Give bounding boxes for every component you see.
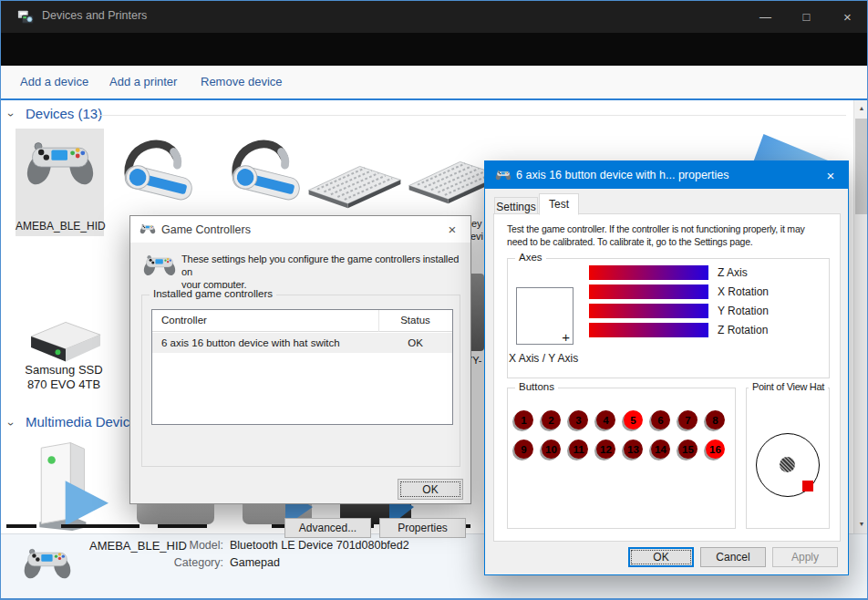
title-bar: Devices and Printers — □ × <box>0 0 868 33</box>
table-header[interactable]: Controller Status <box>152 310 452 332</box>
controller-button-7: 7 <box>678 410 698 429</box>
ssd-drive-icon[interactable] <box>20 317 107 367</box>
controller-button-15: 15 <box>678 440 698 459</box>
controller-button-4: 4 <box>596 410 615 429</box>
devices-section-rule <box>98 115 846 116</box>
clipped-device-label <box>61 524 140 528</box>
monitor-icon-fragment[interactable] <box>753 134 828 160</box>
close-icon[interactable]: × <box>439 220 465 238</box>
test-description: Test the game controller. If the control… <box>507 222 840 248</box>
z-rotation-bar <box>589 323 708 337</box>
axis-label: X Rotation <box>718 285 769 298</box>
scrollbar-thumb[interactable] <box>855 119 868 214</box>
controller-name-cell: 6 axis 16 button device with hat switch <box>161 337 340 348</box>
axis-label: Z Axis <box>718 266 748 279</box>
devices-section-chevron-icon[interactable]: › <box>5 113 17 117</box>
axis-label: Z Rotation <box>718 324 768 336</box>
media-device-icon[interactable] <box>26 436 112 531</box>
controller-button-5: 5 <box>624 410 643 429</box>
multimedia-section-header[interactable]: Multimedia Devic <box>26 414 129 429</box>
keyboard-icon[interactable] <box>304 160 406 210</box>
window-title: Devices and Printers <box>42 9 147 22</box>
minimize-button[interactable]: — <box>745 0 786 33</box>
pov-hat-label: Point of View Hat <box>749 381 828 392</box>
add-printer-button[interactable]: Add a printer <box>109 75 177 88</box>
xy-axis-test-area: + <box>516 287 574 345</box>
ssd-label-line1: Samsung SSD <box>14 363 114 377</box>
scroll-down-icon[interactable]: ▼ <box>854 516 868 532</box>
clipped-device-label <box>158 524 207 528</box>
controller-status-cell: OK <box>378 337 452 348</box>
gamepad-icon <box>22 544 73 583</box>
axis-bar-row: Z Axis <box>589 265 748 280</box>
controller-button-6: 6 <box>651 410 670 429</box>
axis-bar-row: X Rotation <box>589 284 769 299</box>
model-value: Bluetooth LE Device 701d080bfed2 <box>230 539 409 552</box>
gamepad-icon <box>24 137 97 190</box>
axis-label: Y Rotation <box>718 305 769 317</box>
maximize-button[interactable]: □ <box>786 0 827 33</box>
crosshair-icon: + <box>562 330 570 344</box>
device-tile-gamepad[interactable]: AMEBA_BLE_HID <box>16 129 104 236</box>
controllers-table[interactable]: Controller Status 6 axis 16 button devic… <box>151 309 453 425</box>
multimedia-section-chevron-icon[interactable]: › <box>5 422 17 426</box>
ok-button[interactable]: OK <box>628 547 694 567</box>
xy-axis-label: X Axis / Y Axis <box>509 352 578 365</box>
dialog-title-bar: 6 axis 16 button device with h... proper… <box>485 161 848 189</box>
properties-button[interactable]: Properties <box>379 518 466 538</box>
bluetooth-headset-icon[interactable] <box>117 130 197 214</box>
controller-button-1: 1 <box>514 410 533 429</box>
close-icon[interactable]: × <box>817 165 844 185</box>
advanced-button[interactable]: Advanced... <box>284 518 371 538</box>
clipped-device-label: evi <box>470 231 483 242</box>
z-axis-bar <box>589 265 708 280</box>
devices-section-header[interactable]: Devices (13) <box>26 106 102 121</box>
tab-test[interactable]: Test <box>539 193 579 215</box>
pov-hat-center-dot <box>780 457 795 472</box>
add-device-button[interactable]: Add a device <box>20 75 88 88</box>
cancel-button[interactable]: Cancel <box>700 547 766 567</box>
group-label: Installed game controllers <box>150 288 276 299</box>
scroll-up-icon[interactable]: ▲ <box>854 100 868 116</box>
table-row[interactable]: 6 axis 16 button device with hat switch … <box>152 333 452 353</box>
command-bar: Add a device Add a printer Remove device… <box>0 66 868 98</box>
y-rotation-bar <box>589 304 708 318</box>
clipped-device-label: ey <box>471 218 482 229</box>
column-controller[interactable]: Controller <box>161 315 207 326</box>
gamepad-icon <box>140 222 156 235</box>
controller-button-8: 8 <box>706 410 725 429</box>
vertical-scrollbar[interactable]: ▲ ▼ <box>853 100 868 533</box>
clipped-device-icon <box>137 504 214 524</box>
pov-hat-direction-marker <box>802 481 813 491</box>
bluetooth-headset-icon[interactable] <box>224 130 305 214</box>
gamepad-icon <box>142 253 177 278</box>
devices-and-printers-window: Devices and Printers — □ × ← → › ↑ « All… <box>0 0 868 600</box>
remove-device-button[interactable]: Remove device <box>201 75 283 88</box>
controller-properties-dialog: 6 axis 16 button device with h... proper… <box>484 160 849 575</box>
installed-controllers-group: Installed game controllers Controller St… <box>141 295 460 467</box>
x-rotation-bar <box>589 284 708 299</box>
dialog-title: 6 axis 16 button device with h... proper… <box>516 169 728 181</box>
controller-button-9: 9 <box>514 440 533 459</box>
controller-button-14: 14 <box>651 440 670 459</box>
axis-bar-row: Z Rotation <box>589 323 768 337</box>
controller-button-11: 11 <box>569 440 588 459</box>
controller-button-12: 12 <box>596 440 615 459</box>
controller-button-10: 10 <box>542 440 561 459</box>
controller-button-3: 3 <box>569 410 588 429</box>
axes-group-label: Axes <box>515 252 546 263</box>
button-indicator-row: 1 2 3 4 5 6 7 8 <box>514 410 725 429</box>
close-button[interactable]: × <box>827 0 868 33</box>
tab-settings[interactable]: Settings <box>494 197 538 215</box>
column-divider[interactable] <box>378 310 379 332</box>
clipped-device-label <box>6 524 36 528</box>
apply-button[interactable]: Apply <box>772 547 838 567</box>
dialog-description: These settings help you configure the ga… <box>181 253 469 291</box>
button-indicator-row: 9 10 11 12 13 14 15 16 <box>514 440 725 459</box>
axis-bar-row: Y Rotation <box>589 304 769 318</box>
device-tile-label: AMEBA_BLE_HID <box>16 220 104 233</box>
ok-button[interactable]: OK <box>398 479 463 500</box>
ssd-label-line2: 870 EVO 4TB <box>14 378 114 391</box>
column-status[interactable]: Status <box>378 315 452 326</box>
devices-printers-icon <box>17 8 34 25</box>
